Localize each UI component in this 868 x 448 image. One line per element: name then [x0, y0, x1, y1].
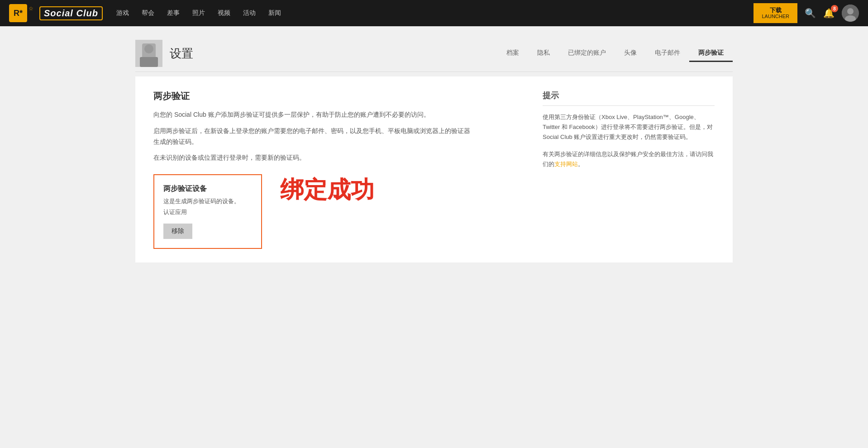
device-card-desc: 这是生成两步验证码的设备。: [163, 197, 252, 205]
device-type: 认证应用: [163, 208, 252, 216]
two-factor-desc3: 在未识别的设备或位置进行登录时，需要新的验证码。: [153, 153, 470, 163]
notification-count-badge: 8: [831, 5, 838, 12]
tab-profile[interactable]: 档案: [497, 45, 528, 62]
tips-text2: 有关两步验证的详细信息以及保护账户安全的最佳方法，请访问我们的支持网站。: [543, 149, 715, 169]
svg-point-6: [144, 44, 153, 53]
settings-avatar-image: [135, 40, 162, 67]
settings-header: 设置 档案 隐私 已绑定的账户 头像 电子邮件 两步验证: [135, 40, 733, 72]
content-right: 提示 使用第三方身份验证（Xbox Live、PlayStation™、Goog…: [543, 90, 715, 249]
nav-videos[interactable]: 视频: [218, 9, 230, 17]
avatar-image: [842, 5, 859, 22]
nav-games[interactable]: 游戏: [116, 9, 129, 17]
main-content: 两步验证 向您的 Social Club 账户添加两步验证可提供多一层保护，有助…: [135, 76, 733, 262]
notifications-button[interactable]: 🔔 8: [823, 8, 835, 19]
rockstar-icon: R*: [9, 4, 27, 22]
search-button[interactable]: 🔍: [805, 8, 816, 19]
tab-two-factor[interactable]: 两步验证: [689, 45, 733, 62]
nav-crew[interactable]: 帮会: [142, 9, 154, 17]
settings-tabs: 档案 隐私 已绑定的账户 头像 电子邮件 两步验证: [497, 45, 733, 62]
logo-container: R* ☆ Social Club: [9, 4, 103, 22]
star-icon: ☆: [29, 5, 33, 12]
success-message: 绑定成功: [280, 174, 374, 206]
content-left: 两步验证 向您的 Social Club 账户添加两步验证可提供多一层保护，有助…: [153, 90, 525, 249]
remove-device-button[interactable]: 移除: [163, 224, 192, 239]
nav-photos[interactable]: 照片: [192, 9, 205, 17]
tab-linked-accounts[interactable]: 已绑定的账户: [559, 45, 615, 62]
two-factor-desc2: 启用两步验证后，在新设备上登录您的账户需要您的电子邮件、密码，以及您手机、平板电…: [153, 126, 470, 148]
download-launcher-button[interactable]: 下载 LAUNCHER: [754, 3, 797, 24]
tips-text2-suffix: 。: [578, 161, 584, 167]
tab-avatar[interactable]: 头像: [615, 45, 646, 62]
settings-avatar: [135, 40, 162, 67]
support-site-link[interactable]: 支持网站: [554, 161, 578, 167]
nav-jobs[interactable]: 差事: [167, 9, 180, 17]
nav-links: 游戏 帮会 差事 照片 视频 活动 新闻: [116, 9, 754, 17]
settings-left: 设置: [135, 40, 193, 67]
tips-title: 提示: [543, 90, 715, 106]
svg-rect-7: [140, 57, 158, 67]
device-and-success: 两步验证设备 这是生成两步验证码的设备。 认证应用 移除 绑定成功: [153, 174, 525, 249]
svg-point-1: [847, 8, 854, 14]
settings-title: 设置: [170, 46, 193, 62]
nav-news[interactable]: 新闻: [268, 9, 281, 17]
tab-privacy[interactable]: 隐私: [528, 45, 559, 62]
nav-activities[interactable]: 活动: [243, 9, 256, 17]
tips-text1: 使用第三方身份验证（Xbox Live、PlayStation™、Google、…: [543, 112, 715, 142]
nav-actions: 下载 LAUNCHER 🔍 🔔 8: [754, 3, 859, 24]
tab-email[interactable]: 电子邮件: [646, 45, 689, 62]
device-card-title: 两步验证设备: [163, 184, 252, 194]
device-card: 两步验证设备 这是生成两步验证码的设备。 认证应用 移除: [153, 174, 262, 249]
user-avatar[interactable]: [842, 5, 859, 22]
page-wrapper: 设置 档案 隐私 已绑定的账户 头像 电子邮件 两步验证 两步验证 向您的 So…: [117, 26, 751, 276]
social-club-logo: Social Club: [39, 6, 103, 20]
two-factor-title: 两步验证: [153, 90, 525, 102]
navbar: R* ☆ Social Club 游戏 帮会 差事 照片 视频 活动 新闻 下载…: [0, 0, 868, 26]
two-factor-desc1: 向您的 Social Club 账户添加两步验证可提供多一层保护，有助于防止您的…: [153, 110, 470, 120]
